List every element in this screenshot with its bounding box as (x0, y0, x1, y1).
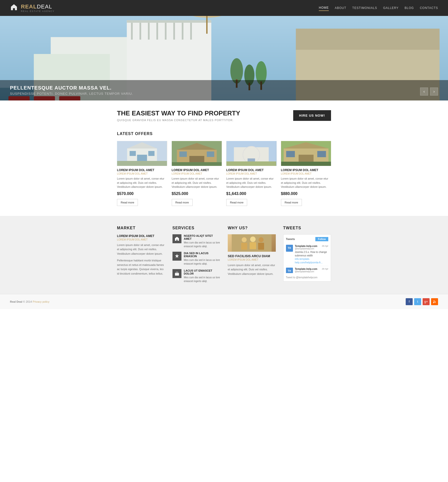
service-desc-2: Mes cum dia sed in lacus us lore eniasce… (184, 258, 221, 266)
offer-price-4: $880.000 (281, 192, 331, 196)
follow-button[interactable]: Follow (315, 237, 328, 241)
tweets-section-title: TWEETS (283, 226, 331, 230)
offer-price-2: $525.000 (172, 192, 222, 196)
offer-price-1: $570.000 (117, 192, 167, 196)
svg-rect-66 (258, 243, 264, 250)
whyus-desc: Lorem ipsum dolor sit amet, conse etur e… (228, 263, 276, 276)
hero-subtitle: SUSPENDISSE POTENTI. DONEC PULVINAR, LEC… (10, 92, 438, 96)
hero-next-arrow[interactable]: › (430, 88, 438, 96)
service-item-2: DIA SED IN LACUS ENIASCIN Mes cum dia se… (172, 252, 221, 266)
market-title: MARKET (117, 226, 165, 230)
offer-subtitle-1: LOREM IPSUM DOL AMET (117, 172, 167, 175)
service-item-3: LACUS UT ENIASCET DOLOR Mes cum dia sed … (172, 269, 221, 283)
svg-rect-33 (130, 151, 136, 156)
tweet-avatar-1: TH (286, 245, 293, 252)
whyus-column: WHY US? SED FACILISIS ARCU DIAM LOREM IP… (228, 226, 276, 287)
market-item-sub: LOREM IPSUM DOL AMET (117, 238, 165, 241)
hero-overlay: PELLENTESQUE AUCTOR MASSA VEL. SUSPENDIS… (0, 80, 448, 100)
svg-rect-35 (117, 161, 167, 166)
offer-image-4 (281, 141, 331, 166)
service-title-3: LACUS UT ENIASCET DOLOR (184, 269, 221, 275)
svg-point-67 (433, 302, 434, 303)
nav-blog[interactable]: BLOG (405, 5, 414, 11)
read-more-btn-2[interactable]: Read more (172, 199, 193, 206)
logo-title: REALDEAL (21, 3, 55, 10)
read-more-btn-1[interactable]: Read more (117, 199, 138, 206)
offer-desc-1: Lorem ipsum dolor sit amet, conse etur e… (117, 177, 167, 189)
tagline-text: THE EASIEST WAY TO FIND PROPERTY QUISQUE… (117, 109, 240, 122)
twitter-icon[interactable]: t (414, 298, 421, 305)
nav-gallery[interactable]: GALLERY (383, 5, 398, 11)
svg-rect-12 (165, 23, 167, 40)
svg-rect-9 (139, 23, 141, 40)
svg-point-61 (242, 237, 247, 242)
offer-desc-2: Lorem ipsum dolor sit amet, conse etur e… (172, 177, 222, 189)
service-title-1: NGERTO ALIQT SITET AMET (184, 234, 221, 240)
header: REALDEAL REAL ESTATE AGENCY HOME ABOUT T… (0, 0, 448, 16)
offer-subtitle-2: LOREM IPSUM DOL AMET (172, 172, 222, 175)
tweets-list: TH 29 Apr Template-help.com @templatehel… (286, 243, 329, 273)
offer-title-3: LOREM IPSUM DOL AMET (226, 168, 277, 172)
offer-image-2 (172, 141, 222, 166)
svg-rect-13 (173, 23, 175, 40)
svg-rect-19 (296, 29, 440, 50)
offers-title: LATEST OFFERS (117, 132, 331, 136)
svg-rect-55 (281, 162, 331, 166)
house-icon (10, 3, 18, 13)
offer-subtitle-3: LOREM IPSUM DOL AMET (226, 172, 277, 175)
offer-title-2: LOREM IPSUM DOL AMET (172, 168, 222, 172)
whyus-title: WHY US? (228, 226, 276, 230)
tweets-widget: Tweets Follow TH 29 Apr Template-help.co… (283, 234, 331, 282)
rss-icon[interactable] (431, 298, 438, 305)
svg-point-65 (259, 237, 264, 242)
nav-testimonials[interactable]: TESTIMONIALS (352, 5, 377, 11)
logo-area: REALDEAL REAL ESTATE AGENCY (10, 3, 55, 13)
main-content: THE EASIEST WAY TO FIND PROPERTY QUISQUE… (112, 100, 336, 216)
offer-card-4: LOREM IPSUM DOL AMET LOREM IPSUM DOL AME… (281, 141, 331, 206)
tweets-label: Tweets (286, 238, 295, 241)
offer-subtitle-4: LOREM IPSUM DOL AMET (281, 172, 331, 175)
facebook-icon[interactable]: f (406, 298, 413, 305)
svg-rect-7 (127, 20, 211, 23)
hero-title: PELLENTESQUE AUCTOR MASSA VEL. (10, 85, 438, 91)
hire-button[interactable]: HIRE US NOW! (293, 110, 331, 121)
logo-tagline: REAL ESTATE AGENCY (21, 10, 55, 12)
whyus-image (228, 234, 276, 252)
service-icon-3 (172, 269, 181, 278)
hero-prev-arrow[interactable]: ‹ (420, 88, 428, 96)
svg-rect-48 (226, 161, 276, 166)
offer-title-1: LOREM IPSUM DOL AMET (117, 168, 167, 172)
tweet-handle-2: @templatehelpcom (295, 270, 329, 273)
tweet-date-2: 29 Apr (322, 268, 328, 270)
svg-rect-15 (190, 23, 192, 40)
read-more-btn-3[interactable]: Read more (226, 199, 247, 206)
svg-rect-34 (148, 151, 155, 156)
service-text-3: LACUS UT ENIASCET DOLOR Mes cum dia sed … (184, 269, 221, 283)
googleplus-icon[interactable]: g+ (423, 298, 430, 305)
tweets-column: TWEETS Tweets Follow TH 29 Apr Template-… (283, 226, 331, 287)
svg-rect-11 (156, 23, 158, 40)
tagline-subtitle: QUISQUE GRAVIDA FELIS EU MASSA CONSECTET… (117, 119, 240, 122)
privacy-link[interactable]: Privacy policy (33, 300, 49, 303)
offer-card-2: LOREM IPSUM DOL AMET LOREM IPSUM DOL AME… (172, 141, 222, 206)
tweet-link-1[interactable]: info.template-help.com/help/joomla-fr... (295, 258, 323, 264)
services-title: SERVICES (172, 226, 221, 230)
nav-contacts[interactable]: CONTACTS (420, 5, 438, 11)
main-nav: HOME ABOUT TESTIMONIALS GALLERY BLOG CON… (319, 5, 438, 11)
social-icons: f t g+ (406, 298, 438, 305)
read-more-btn-4[interactable]: Read more (281, 199, 302, 206)
market-desc-1: Lorem ipsum dolor sit amet, conse etur e… (117, 243, 165, 256)
nav-about[interactable]: ABOUT (335, 5, 346, 11)
bottom-inner: MARKET LOREM IPSUM DOL AMET LOREM IPSUM … (112, 226, 336, 287)
svg-rect-10 (148, 23, 150, 40)
tweet-date-1: 29 Apr (322, 245, 328, 247)
hero-section: PELLENTESQUE AUCTOR MASSA VEL. SUSPENDIS… (0, 16, 448, 100)
tweet-text-1: Joomla 2.5.x. How to change submenus wid… (295, 250, 329, 264)
logo-text: REALDEAL REAL ESTATE AGENCY (21, 3, 55, 12)
tweet-avatar-2: TH (286, 268, 293, 273)
tweet-to[interactable]: Tweet to @templatehelpcom (286, 275, 329, 279)
tweets-header: Tweets Follow (286, 237, 329, 241)
nav-home[interactable]: HOME (319, 5, 329, 11)
svg-rect-62 (241, 243, 247, 250)
offer-card-3: LOREM IPSUM DOL AMET LOREM IPSUM DOL AME… (226, 141, 277, 206)
